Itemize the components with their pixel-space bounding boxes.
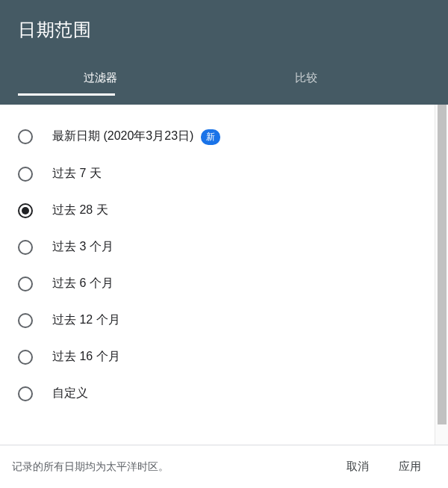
scrollbar-thumb[interactable] [438,105,447,424]
dialog-footer: 记录的所有日期均为太平洋时区。 取消 应用 [0,445,448,488]
option-label: 过去 7 天 [52,167,102,179]
option-label-wrap: 过去 12 个月 [52,312,120,328]
option-label: 过去 6 个月 [52,277,113,289]
content-area: 最新日期 (2020年3月23日)新过去 7 天过去 28 天过去 3 个月过去… [0,105,448,445]
radio-icon[interactable] [18,313,33,328]
options-list: 最新日期 (2020年3月23日)新过去 7 天过去 28 天过去 3 个月过去… [0,105,435,445]
option-label: 过去 3 个月 [52,240,113,253]
option-3[interactable]: 过去 3 个月 [0,229,435,265]
option-label-wrap: 最新日期 (2020年3月23日)新 [52,129,220,145]
option-2[interactable]: 过去 28 天 [0,192,435,229]
option-label-wrap: 过去 7 天 [52,166,102,182]
tab-1[interactable]: 比较 [182,60,430,96]
option-label: 过去 28 天 [52,203,108,216]
tab-0[interactable]: 过滤器 [18,60,182,96]
dialog-header: 日期范围 过滤器比较 [0,0,448,105]
radio-icon[interactable] [18,277,33,291]
option-7[interactable]: 自定义 [0,375,435,412]
option-5[interactable]: 过去 12 个月 [0,302,435,339]
option-label-wrap: 过去 6 个月 [52,276,113,291]
option-label: 最新日期 (2020年3月23日) [52,129,193,142]
option-label-wrap: 自定义 [52,386,88,401]
tab-bar: 过滤器比较 [18,60,430,96]
option-label: 过去 12 个月 [52,313,120,326]
apply-button[interactable]: 应用 [387,452,433,481]
option-label-wrap: 过去 28 天 [52,203,108,218]
dialog-title: 日期范围 [18,18,430,60]
option-label: 自定义 [52,386,88,399]
option-1[interactable]: 过去 7 天 [0,155,435,192]
option-6[interactable]: 过去 16 个月 [0,339,435,375]
option-label: 过去 16 个月 [52,350,120,362]
radio-icon[interactable] [18,129,33,144]
radio-icon[interactable] [18,203,33,218]
radio-icon[interactable] [18,167,33,182]
radio-icon[interactable] [18,350,33,365]
option-label-wrap: 过去 3 个月 [52,239,113,255]
new-badge: 新 [201,129,220,145]
radio-icon[interactable] [18,386,33,401]
radio-icon[interactable] [18,240,33,255]
option-0[interactable]: 最新日期 (2020年3月23日)新 [0,118,435,155]
option-4[interactable]: 过去 6 个月 [0,265,435,302]
cancel-button[interactable]: 取消 [335,452,381,481]
option-label-wrap: 过去 16 个月 [52,349,120,365]
scrollbar[interactable] [435,105,448,445]
timezone-note: 记录的所有日期均为太平洋时区。 [12,460,329,474]
